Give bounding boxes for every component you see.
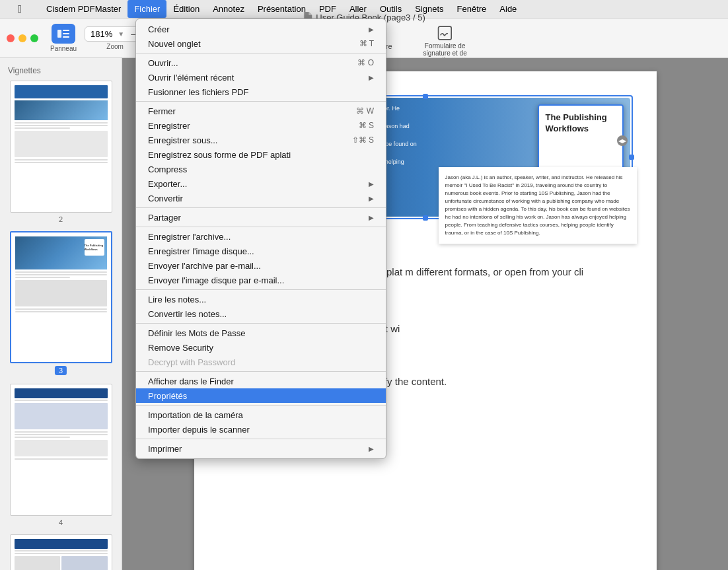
menu-item-label: Envoyer l'archive par e-mail... [148,261,261,271]
menu-separator [136,371,386,372]
menu-item-label: Enregistrez sous forme de PDF aplati [148,150,291,160]
menu-item-label: Afficher dans le Finder [148,376,234,386]
menu-item-ouvrir-l--l-ment-r-cent[interactable]: Ouvrir l'élément récent▶ [136,70,386,85]
menu-item-label: Ouvrir l'élément récent [148,73,234,83]
menu-shortcut: ⌘ W [356,106,374,116]
menu-item-label: Decrypt with Password [148,357,235,367]
menu-separator [136,405,386,406]
menu-separator [136,227,386,227]
menu-item-label: Envoyer l'image disque par e-mail... [148,275,284,285]
menu-item-label: Compress [148,164,187,174]
menu-separator [136,101,386,102]
menu-item-envoyer-l-image-disque-par-e-mail---[interactable]: Envoyer l'image disque par e-mail... [136,273,386,287]
submenu-arrow-icon: ▶ [369,445,374,452]
submenu-arrow-icon: ▶ [369,74,374,81]
menu-item-label: Imprimer [148,444,182,454]
menu-item-enregistrer-l-image-disque---[interactable]: Enregistrer l'image disque... [136,244,386,258]
submenu-arrow-icon: ▶ [369,195,374,202]
menu-item-partager[interactable]: Partager▶ [136,210,386,225]
menu-item-convertir-les-notes---[interactable]: Convertir les notes... [136,306,386,321]
menu-item-label: Fermer [148,106,176,116]
dropdown-overlay[interactable]: Créer▶Nouvel onglet⌘ TOuvrir...⌘ OOuvrir… [0,0,728,570]
menu-item-enregistrer[interactable]: Enregistrer⌘ S [136,118,386,133]
menu-separator [136,439,386,439]
menu-item-exporter---[interactable]: Exporter...▶ [136,176,386,191]
menu-item-envoyer-l-archive-par-e-mail---[interactable]: Envoyer l'archive par e-mail... [136,258,386,273]
menu-item-label: Nouvel onglet [148,39,201,49]
menu-item-label: Enregistrer l'image disque... [148,246,254,256]
menu-separator [136,289,386,290]
menu-item-label: Importer depuis le scanner [148,425,250,435]
menu-item-enregistrer-sous---[interactable]: Enregistrer sous...⇧⌘ S [136,133,386,147]
menu-item-compress[interactable]: Compress [136,162,386,176]
menu-item-label: Propriétés [148,391,187,401]
menu-item-lire-les-notes---[interactable]: Lire les notes... [136,292,386,306]
menu-shortcut: ⌘ O [357,58,374,67]
menu-item-ouvrir---[interactable]: Ouvrir...⌘ O [136,55,386,70]
menu-item-label: Partager [148,213,181,223]
menu-item-remove-security[interactable]: Remove Security [136,340,386,355]
menu-item-d-finir-les-mots-de-passe[interactable]: Définir les Mots de Passe [136,326,386,340]
menu-item-label: Créer [148,24,170,34]
submenu-arrow-icon: ▶ [369,26,374,33]
menu-item-label: Lire les notes... [148,295,206,304]
menu-item-label: Convertir [148,194,183,203]
menu-item-imprimer[interactable]: Imprimer▶ [136,441,386,456]
menu-item-enregistrer-l-archive---[interactable]: Enregistrer l'archive... [136,229,386,244]
menu-separator [136,53,386,53]
menu-item-label: Enregistrer [148,121,190,131]
menu-item-importation-de-la-cam-ra[interactable]: Importation de la caméra [136,408,386,422]
menu-item-decrypt-with-password: Decrypt with Password [136,355,386,369]
menu-item-cr-er[interactable]: Créer▶ [136,22,386,36]
menu-item-label: Enregistrer sous... [148,135,218,145]
menu-shortcut: ⇧⌘ S [352,135,374,145]
menu-item-label: Définir les Mots de Passe [148,328,245,338]
menu-shortcut: ⌘ S [359,121,374,130]
menu-item-label: Ouvrir... [148,58,178,68]
menu-item-importer-depuis-le-scanner[interactable]: Importer depuis le scanner [136,422,386,437]
menu-item-label: Convertir les notes... [148,309,227,319]
menu-shortcut: ⌘ T [359,39,374,48]
menu-item-label: Exporter... [148,179,187,189]
menu-item-convertir[interactable]: Convertir▶ [136,191,386,205]
menu-item-label: Fusionner les fichiers PDF [148,87,248,97]
menu-item-nouvel-onglet[interactable]: Nouvel onglet⌘ T [136,36,386,51]
menu-separator [136,207,386,208]
menu-item-label: Remove Security [148,343,213,353]
submenu-arrow-icon: ▶ [369,180,374,188]
menu-item-label: Importation de la caméra [148,410,243,420]
fichier-dropdown-menu: Créer▶Nouvel onglet⌘ TOuvrir...⌘ OOuvrir… [135,18,386,459]
menu-item-propri-t-s[interactable]: Propriétés [136,388,386,403]
menu-item-label: Enregistrer l'archive... [148,232,231,242]
menu-item-fusionner-les-fichiers-pdf[interactable]: Fusionner les fichiers PDF [136,85,386,99]
submenu-arrow-icon: ▶ [369,214,374,221]
menu-item-enregistrez-sous-forme-de-pdf-aplati[interactable]: Enregistrez sous forme de PDF aplati [136,147,386,162]
menu-item-fermer[interactable]: Fermer⌘ W [136,104,386,118]
menu-item-afficher-dans-le-finder[interactable]: Afficher dans le Finder [136,374,386,388]
menu-separator [136,323,386,324]
